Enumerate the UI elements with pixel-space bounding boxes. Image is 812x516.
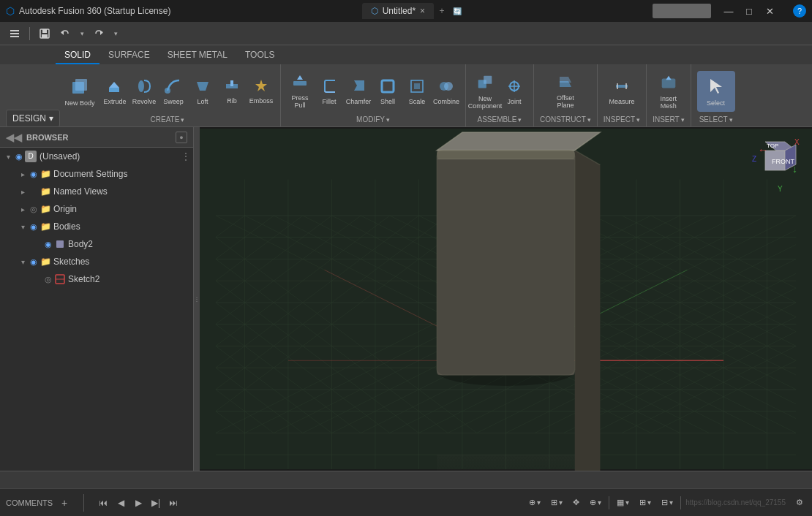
sketches-eye-icon[interactable]: ◉ <box>28 256 40 268</box>
close-tab-button[interactable]: × <box>420 6 425 16</box>
playback-end-button[interactable]: ⏭ <box>166 496 181 510</box>
tab-tools[interactable]: TOOLS <box>236 47 283 64</box>
extrude-button[interactable]: Extrude <box>102 73 128 110</box>
fillet-button[interactable]: Fillet <box>316 73 342 110</box>
origin-eye-icon[interactable]: ◎ <box>28 203 40 215</box>
playback-prev-button[interactable]: ◀ <box>113 496 128 510</box>
browser-item-sketches[interactable]: ▾ ◉ 📁 Sketches <box>0 253 193 270</box>
browser-item-bodies[interactable]: ▾ ◉ 📁 Bodies <box>0 218 193 235</box>
zoom-viewport-button[interactable]: ⊕▾ <box>587 496 604 509</box>
svg-text:TOP: TOP <box>767 143 778 149</box>
browser-item-doc-settings[interactable]: ▸ ◉ 📁 Document Settings <box>0 165 193 183</box>
origin-expand-icon[interactable]: ▸ <box>18 204 28 214</box>
add-comment-button[interactable]: + <box>57 496 72 510</box>
modify-label[interactable]: MODIFY <box>356 115 390 124</box>
bodies-eye-icon[interactable]: ◉ <box>28 221 40 232</box>
browser-item-named-views[interactable]: ▸ 📁 Named Views <box>0 183 193 200</box>
svg-rect-2 <box>10 36 19 37</box>
panel-resize-handle[interactable]: ⋮ <box>194 127 200 471</box>
undo-chevron[interactable]: ▾ <box>77 25 87 42</box>
construct-label[interactable]: CONSTRUCT <box>540 115 591 124</box>
design-dropdown[interactable]: DESIGN ▾ <box>6 110 60 127</box>
app-menu-button[interactable] <box>6 25 23 42</box>
doc-settings-expand-icon[interactable]: ▸ <box>18 169 28 179</box>
tab-solid[interactable]: SOLID <box>56 47 99 64</box>
maximize-button[interactable]: □ <box>740 2 758 20</box>
rib-button[interactable]: Rib <box>219 73 245 110</box>
undo-button[interactable] <box>56 25 74 42</box>
browser-item-origin[interactable]: ▸ ◎ 📁 Origin <box>0 200 193 218</box>
assemble-label[interactable]: ASSEMBLE <box>478 115 522 124</box>
measure-button[interactable]: Measure <box>609 73 635 110</box>
viewcube[interactable]: X Y Z FRONT TOP ← ↓ <box>745 136 803 194</box>
named-views-expand-icon[interactable]: ▸ <box>18 186 28 197</box>
select-label[interactable]: SELECT <box>699 115 733 124</box>
tab-surface[interactable]: SURFACE <box>99 47 159 64</box>
save-button[interactable] <box>36 25 53 42</box>
modify-chevron <box>386 116 390 124</box>
browser-pin-button[interactable]: ● <box>176 132 187 143</box>
svg-marker-125 <box>575 151 601 471</box>
sketch2-eye-icon[interactable]: ◎ <box>42 273 54 285</box>
browser-title: BROWSER <box>26 133 171 142</box>
joint-button[interactable]: Joint <box>501 73 527 110</box>
sweep-button[interactable]: Sweep <box>160 73 187 110</box>
app-name: Autodesk Fusion 360 (Startup License) <box>19 6 170 16</box>
root-options-icon[interactable]: ⋮ <box>181 151 190 162</box>
modify-icons: Press Pull Fillet Chamfer Shell Scale Co… <box>287 67 459 115</box>
root-eye-icon[interactable]: ◉ <box>13 151 25 162</box>
svg-text:↓: ↓ <box>792 163 797 175</box>
named-views-eye-placeholder <box>28 186 40 197</box>
redo-button[interactable] <box>90 25 108 42</box>
help-button[interactable]: ? <box>793 4 806 18</box>
close-button[interactable]: ✕ <box>761 2 778 20</box>
browser-item-root[interactable]: ▾ ◉ D (Unsaved) ⋮ <box>0 148 193 165</box>
tab-title[interactable]: ⬡ Untitled* × <box>362 3 434 19</box>
settings-button[interactable]: ⚙ <box>793 496 806 509</box>
display-mode-button[interactable]: ▦▾ <box>614 496 632 509</box>
redo-chevron[interactable]: ▾ <box>110 25 121 42</box>
loft-button[interactable]: Loft <box>189 73 216 110</box>
move-viewport-button[interactable]: ⊕▾ <box>526 496 544 509</box>
snap-button[interactable]: ⊟▾ <box>658 496 676 509</box>
combine-button[interactable]: Combine <box>433 73 459 110</box>
scale-button[interactable]: Scale <box>404 73 430 110</box>
browser-collapse-icon[interactable]: ◀◀ <box>6 132 22 143</box>
browser-tree: ▾ ◉ D (Unsaved) ⋮ ▸ ◉ 📁 Document Setting… <box>0 148 193 471</box>
orbit-viewport-button[interactable]: ✥ <box>570 496 582 509</box>
offset-plane-button[interactable]: Offset Plane <box>552 73 579 110</box>
playback-next-button[interactable]: ▶| <box>149 496 163 510</box>
grid-display-button[interactable]: ⊞▾ <box>636 496 654 509</box>
insert-mesh-button[interactable]: Insert Mesh <box>655 73 682 110</box>
emboss-button[interactable]: Emboss <box>248 73 274 110</box>
doc-settings-folder-icon: 📁 <box>40 168 51 180</box>
sketches-expand-icon[interactable]: ▾ <box>18 257 28 267</box>
new-body-button[interactable]: New Body <box>61 71 99 112</box>
svg-text:Y: Y <box>778 185 783 193</box>
insert-label[interactable]: INSERT <box>653 115 685 124</box>
doc-settings-eye-icon[interactable]: ◉ <box>28 168 40 180</box>
revolve-button[interactable]: Revolve <box>131 73 157 110</box>
bodies-expand-icon[interactable]: ▾ <box>18 221 28 232</box>
body2-label: Body2 <box>68 239 93 249</box>
new-tab-button[interactable]: + <box>439 6 444 16</box>
playback-play-button[interactable]: ▶ <box>131 496 146 510</box>
browser-item-sketch2[interactable]: ◎ Sketch2 <box>0 270 193 288</box>
inspect-label[interactable]: INSPECT <box>604 115 640 124</box>
shell-button[interactable]: Shell <box>375 73 401 110</box>
chamfer-button[interactable]: Chamfer <box>345 73 372 110</box>
press-pull-button[interactable]: Press Pull <box>287 73 313 110</box>
minimize-button[interactable]: — <box>720 2 737 20</box>
new-component-button[interactable]: New Component <box>472 73 498 110</box>
tab-sheet-metal[interactable]: SHEET METAL <box>159 47 236 64</box>
create-label[interactable]: CREATE <box>151 115 185 124</box>
inspect-group: Measure INSPECT <box>598 64 647 126</box>
root-expand-icon[interactable]: ▾ <box>3 151 13 162</box>
assemble-group: New Component Joint ASSEMBLE <box>466 64 534 126</box>
viewport[interactable]: X Y Z FRONT TOP ← ↓ <box>200 127 812 471</box>
body2-eye-icon[interactable]: ◉ <box>42 238 54 250</box>
browser-item-body2[interactable]: ◉ Body2 <box>0 235 193 253</box>
playback-begin-button[interactable]: ⏮ <box>96 496 110 510</box>
select-button[interactable]: Select <box>697 71 735 112</box>
pan-viewport-button[interactable]: ⊞▾ <box>548 496 565 509</box>
